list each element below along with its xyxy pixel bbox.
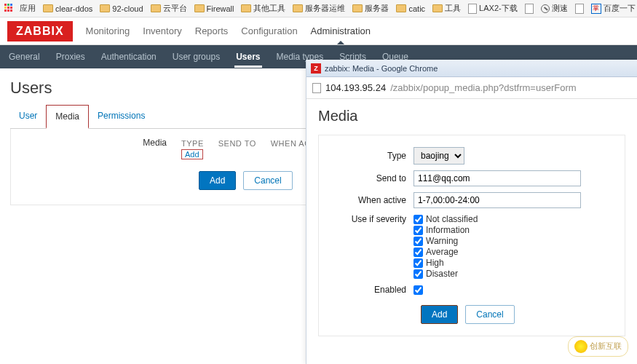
popup-form: Type baojing Send to When active Use if …: [318, 135, 625, 336]
folder-icon: [241, 4, 251, 12]
bookmark-folder[interactable]: Firewall: [194, 4, 234, 13]
watermark: 创新互联: [568, 336, 628, 357]
folder-icon: [396, 4, 406, 12]
subnav-authentication[interactable]: Authentication: [100, 46, 158, 68]
bookmark-label: 服务器运维: [305, 3, 345, 14]
popup-add-button[interactable]: Add: [421, 305, 458, 324]
document-icon: [525, 4, 534, 14]
sendto-input[interactable]: [414, 170, 581, 186]
watermark-icon: [574, 340, 587, 353]
add-button[interactable]: Add: [199, 171, 236, 190]
top-nav: ZABBIX Monitoring Inventory Reports Conf…: [0, 17, 637, 45]
subnav-users[interactable]: Users: [234, 46, 261, 68]
bookmark-folder[interactable]: 云平台: [151, 3, 187, 14]
sev-checkbox[interactable]: [414, 269, 423, 279]
bookmark-folder[interactable]: catic: [396, 4, 425, 13]
whenactive-input[interactable]: [414, 192, 581, 208]
enabled-checkbox[interactable]: [414, 285, 423, 295]
bookmarks-bar: 应用 clear-ddos 92-cloud 云平台 Firewall 其他工具…: [0, 0, 637, 17]
bookmark-folder[interactable]: 其他工具: [241, 3, 285, 14]
bookmark-item[interactable]: 测速: [541, 3, 568, 14]
folder-icon: [194, 4, 205, 12]
sev-checkbox[interactable]: [414, 248, 423, 257]
watermark-text: 创新互联: [590, 341, 622, 350]
bookmark-folder[interactable]: 工具: [432, 3, 461, 14]
folder-icon: [100, 4, 110, 12]
url-path: /zabbix/popup_media.php?dstfrm=userForm: [390, 82, 576, 93]
bookmark-label: catic: [408, 4, 425, 13]
subnav-usergroups[interactable]: User groups: [171, 46, 221, 68]
folder-icon: [432, 4, 443, 12]
folder-icon: [43, 4, 53, 12]
folder-icon: [352, 4, 363, 12]
col-sendto: SEND TO: [218, 139, 269, 148]
document-icon: [468, 4, 477, 14]
severity-list: Not classified Information Warning Avera…: [414, 214, 478, 279]
bookmark-label: 云平台: [163, 3, 187, 14]
bookmark-label: 工具: [445, 3, 461, 14]
nav-configuration[interactable]: Configuration: [241, 25, 297, 36]
popup-cancel-button[interactable]: Cancel: [465, 305, 514, 324]
popup-title: zabbix: Media - Google Chrome: [325, 64, 438, 73]
folder-icon: [293, 4, 303, 12]
bookmark-item[interactable]: [525, 4, 534, 14]
bookmark-item[interactable]: 掌百度一下，你就知道: [591, 3, 637, 14]
nav-monitoring[interactable]: Monitoring: [86, 25, 130, 36]
bookmark-label: LAX2-下载: [479, 3, 518, 14]
whenactive-label: When active: [319, 195, 414, 205]
folder-icon: [151, 4, 161, 12]
subnav-general[interactable]: General: [7, 46, 41, 68]
bookmark-folder[interactable]: 服务器运维: [293, 3, 345, 14]
sev-checkbox[interactable]: [414, 237, 423, 246]
sev-checkbox[interactable]: [414, 258, 423, 268]
zabbix-icon: Z: [311, 63, 321, 74]
tab-media[interactable]: Media: [46, 105, 89, 129]
sev-warning[interactable]: Warning: [414, 236, 478, 246]
enabled-label: Enabled: [319, 285, 414, 295]
url-host: 104.193.95.24: [325, 82, 386, 93]
bookmark-folder[interactable]: 服务器: [352, 3, 389, 14]
sev-checkbox[interactable]: [414, 215, 423, 224]
bookmark-folder[interactable]: clear-ddos: [43, 4, 92, 13]
nav-administration[interactable]: Administration: [311, 25, 371, 36]
bookmark-label: 其他工具: [253, 3, 285, 14]
sev-text: Information: [426, 225, 470, 235]
bookmark-item[interactable]: LAX2-下载: [468, 3, 518, 14]
bookmark-label: 百度一下，你就知道: [604, 3, 637, 14]
popup-titlebar[interactable]: Z zabbix: Media - Google Chrome: [306, 60, 637, 77]
sev-disaster[interactable]: Disaster: [414, 269, 478, 279]
tab-user[interactable]: User: [10, 105, 46, 128]
popup-content: Media Type baojing Send to When active U…: [306, 99, 637, 345]
sev-text: Average: [426, 247, 458, 257]
bookmark-folder[interactable]: 92-cloud: [100, 4, 143, 13]
apps-icon[interactable]: [4, 4, 12, 14]
sev-text: Warning: [426, 236, 458, 246]
sev-text: Disaster: [426, 269, 458, 279]
document-icon: [575, 4, 584, 14]
apps-label[interactable]: 应用: [20, 3, 36, 14]
nav-inventory[interactable]: Inventory: [143, 25, 181, 36]
media-label: Media: [21, 138, 167, 148]
bookmark-label: 92-cloud: [112, 4, 143, 13]
sev-average[interactable]: Average: [414, 247, 478, 257]
popup-urlbar[interactable]: 104.193.95.24/zabbix/popup_media.php?dst…: [306, 77, 637, 99]
subnav-proxies[interactable]: Proxies: [55, 46, 87, 68]
baidu-icon: 掌: [591, 4, 601, 14]
type-select[interactable]: baojing: [414, 147, 464, 165]
bookmark-label: 测速: [552, 3, 568, 14]
type-label: Type: [319, 151, 414, 161]
add-media-link[interactable]: Add: [181, 149, 203, 159]
sev-information[interactable]: Information: [414, 225, 478, 235]
bookmark-item[interactable]: [575, 4, 584, 14]
nav-reports[interactable]: Reports: [195, 25, 229, 36]
cancel-button[interactable]: Cancel: [243, 171, 292, 190]
bookmark-label: Firewall: [207, 4, 234, 13]
logo[interactable]: ZABBIX: [7, 21, 73, 41]
sev-notclassified[interactable]: Not classified: [414, 214, 478, 224]
sendto-label: Send to: [319, 173, 414, 183]
sev-checkbox[interactable]: [414, 226, 423, 235]
gauge-icon: [541, 4, 550, 13]
popup-heading: Media: [318, 108, 625, 124]
sev-high[interactable]: High: [414, 258, 478, 268]
tab-permissions[interactable]: Permissions: [89, 105, 154, 128]
